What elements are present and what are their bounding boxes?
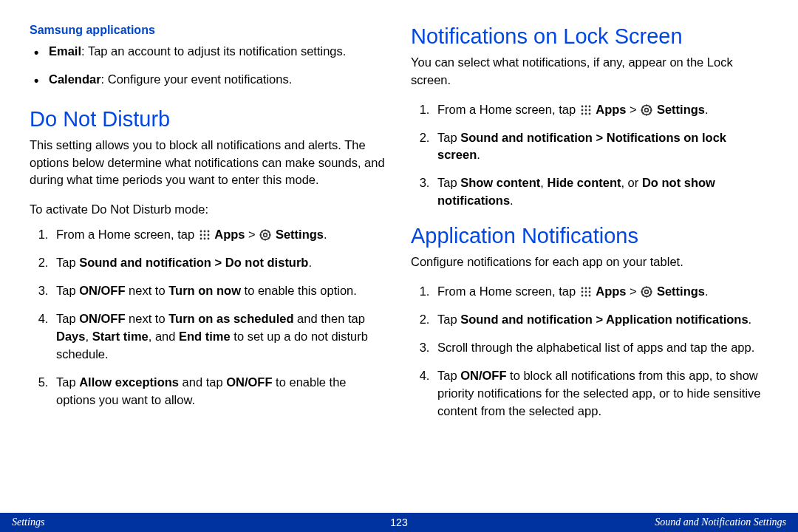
svg-point-38 [581,287,583,290]
svg-point-22 [581,109,583,111]
list-item: Tap ON/OFF next to Turn on now to enable… [52,282,387,300]
svg-point-41 [581,291,583,293]
svg-point-40 [588,287,590,290]
dnd-intro: This setting allows you to block all not… [30,137,387,190]
page-footer: Settings 123 Sound and Notification Sett… [0,513,798,532]
list-item: Tap Sound and notification > Do not dist… [52,254,387,272]
settings-gear-icon [641,286,652,298]
dnd-heading: Do Not Disturb [30,106,387,132]
settings-gear-icon [641,104,652,116]
svg-point-21 [588,105,590,107]
list-item: Tap Sound and notification > Notificatio… [433,129,768,165]
svg-point-42 [584,291,587,293]
footer-left: Settings [12,516,44,528]
left-column: Samsung applications Email: Tap an accou… [30,24,387,502]
svg-point-1 [203,231,205,233]
svg-point-5 [207,234,209,236]
page-number: 123 [390,516,407,528]
apps-grid-icon [580,104,592,116]
apps-grid-icon [580,286,592,298]
svg-point-8 [207,238,209,240]
svg-point-7 [203,238,205,240]
svg-point-39 [584,287,587,290]
list-item: Tap Show content, Hide content, or Do no… [433,174,768,210]
apps-grid-icon [199,229,211,241]
list-item: From a Home screen, tap Apps > Settings. [433,101,768,119]
svg-point-26 [584,112,587,115]
bullet-calendar: Calendar: Configure your event notificat… [34,71,387,89]
svg-point-6 [200,238,202,240]
svg-point-2 [207,231,209,233]
list-item: Tap Sound and notification > Application… [433,311,768,329]
svg-point-19 [581,105,583,107]
dnd-leadin: To activate Do Not Disturb mode: [30,201,387,219]
footer-right: Sound and Notification Settings [655,516,786,528]
lockscreen-intro: You can select what notifications, if an… [411,54,768,89]
settings-gear-icon [259,229,271,241]
dnd-steps: From a Home screen, tap Apps > Settings.… [52,226,387,409]
appnotif-heading: Application Notifications [411,223,768,249]
svg-point-44 [581,295,583,297]
svg-point-45 [584,295,587,297]
svg-point-4 [203,234,205,236]
svg-point-3 [200,234,202,236]
lockscreen-steps: From a Home screen, tap Apps > Settings.… [433,101,768,211]
list-item: Tap ON/OFF to block all notifications fr… [433,367,768,420]
svg-point-29 [645,108,649,112]
list-item: From a Home screen, tap Apps > Settings. [433,283,768,301]
svg-point-0 [200,231,202,233]
list-item: Scroll through the alphabetical list of … [433,339,768,357]
svg-point-27 [588,112,590,115]
svg-point-25 [581,112,583,115]
lockscreen-heading: Notifications on Lock Screen [411,24,768,50]
svg-point-43 [588,291,590,293]
list-item: From a Home screen, tap Apps > Settings. [52,226,387,244]
right-column: Notifications on Lock Screen You can sel… [411,24,768,502]
svg-point-10 [264,233,267,237]
appnotif-steps: From a Home screen, tap Apps > Settings.… [433,283,768,420]
svg-point-20 [584,105,587,107]
svg-point-24 [588,109,590,111]
samsung-apps-heading: Samsung applications [30,24,387,37]
list-item: Tap Allow exceptions and tap ON/OFF to e… [52,374,387,409]
samsung-apps-list: Email: Tap an account to adjust its noti… [34,43,387,89]
bullet-email: Email: Tap an account to adjust its noti… [34,43,387,61]
svg-point-23 [584,109,587,111]
list-item: Tap ON/OFF next to Turn on as scheduled … [52,310,387,364]
appnotif-intro: Configure notifications for each app on … [411,253,768,271]
svg-point-46 [588,295,590,297]
svg-point-48 [645,290,649,294]
